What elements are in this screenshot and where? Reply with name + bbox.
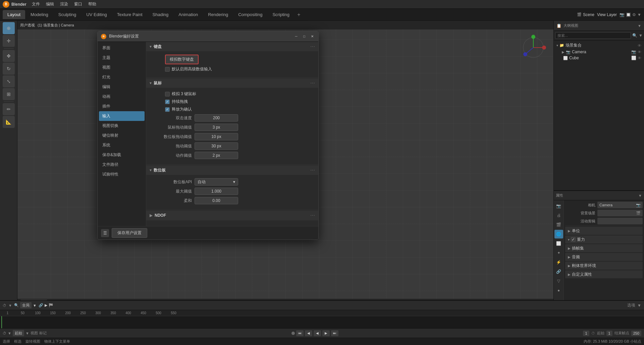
- transform-tool-btn[interactable]: ⊞: [3, 88, 15, 100]
- playback-dropdown-icon[interactable]: ▼: [25, 331, 29, 335]
- props-world-tab[interactable]: 🌐: [554, 230, 563, 238]
- emulate-3btn-checkbox[interactable]: [165, 92, 170, 96]
- pref-sidebar-viewport[interactable]: 视图: [99, 63, 145, 72]
- pref-sidebar-addons[interactable]: 插件: [99, 101, 145, 111]
- bg-scene-field[interactable]: 🎬: [597, 210, 643, 216]
- props-particles-tab[interactable]: ✦: [554, 249, 563, 257]
- outliner-search-input[interactable]: [555, 32, 631, 39]
- jump-start-btn[interactable]: ⏮: [296, 330, 304, 336]
- softness-field[interactable]: 0.00: [195, 197, 238, 204]
- select-tool-btn[interactable]: ⊕: [3, 22, 15, 34]
- menu-edit[interactable]: 编辑: [43, 0, 57, 8]
- pref-sidebar-system[interactable]: 系统: [99, 140, 145, 150]
- props-data-tab[interactable]: ▽: [554, 277, 563, 285]
- props-render-tab[interactable]: 📷: [554, 202, 563, 210]
- pref-sidebar-themes[interactable]: 主题: [99, 53, 145, 63]
- tab-shading[interactable]: Shading: [148, 10, 173, 19]
- pref-sidebar-input[interactable]: 输入: [99, 111, 145, 121]
- tab-uv-editing[interactable]: UV Editing: [82, 10, 111, 19]
- tab-modeling[interactable]: Modeling: [26, 10, 53, 19]
- tab-rendering[interactable]: Rendering: [203, 10, 233, 19]
- pref-close-btn[interactable]: ✕: [310, 34, 315, 39]
- props-constraints-tab[interactable]: 🔗: [554, 267, 563, 276]
- continuous-grab-checkbox[interactable]: [165, 99, 170, 104]
- tab-compositing[interactable]: Compositing: [233, 10, 267, 19]
- play-back-btn[interactable]: ◀: [314, 330, 321, 336]
- outliner-filter-btn[interactable]: ▼: [639, 33, 643, 38]
- mouse-dots-icon[interactable]: ⋯: [310, 80, 315, 86]
- tablet-drag-field[interactable]: 10 px: [195, 133, 238, 140]
- menu-file[interactable]: 文件: [29, 0, 43, 8]
- markers-label[interactable]: 标记: [39, 331, 47, 336]
- props-filter-icon[interactable]: ▼: [638, 194, 642, 198]
- pref-maximize-btn[interactable]: □: [302, 34, 307, 39]
- pref-sidebar-experimental[interactable]: 试验特性: [99, 169, 145, 179]
- mouse-header[interactable]: ▾ 鼠标 ⋯: [146, 78, 318, 88]
- measure-tool-btn[interactable]: 📐: [3, 116, 15, 128]
- scene-collection-eye-icon[interactable]: 👁: [638, 44, 641, 48]
- props-physics-tab[interactable]: ⚡: [554, 258, 563, 267]
- step-back-btn[interactable]: ◀: [305, 330, 312, 336]
- camera-value-field[interactable]: Camera 📷: [597, 202, 643, 208]
- emulate-numpad-btn[interactable]: 模拟数字键盘: [165, 55, 199, 64]
- view-layer-selector[interactable]: View Layer: [597, 12, 617, 17]
- units-header[interactable]: ▶ 单位: [565, 227, 643, 235]
- camera-eye-icon[interactable]: 👁: [638, 50, 641, 54]
- pref-sidebar-saveload[interactable]: 保存&加载: [99, 150, 145, 160]
- tablet-dots-icon[interactable]: ⋯: [310, 167, 315, 173]
- props-object-tab[interactable]: ⬜: [554, 239, 563, 248]
- pref-sidebar-lights[interactable]: 灯光: [99, 72, 145, 82]
- pref-sidebar-navigation[interactable]: 视图切换: [99, 121, 145, 131]
- scene-selector[interactable]: Scene: [583, 12, 594, 17]
- zoom-dropdown-icon[interactable]: ▼: [33, 303, 37, 307]
- max-threshold-field[interactable]: 1.000: [195, 188, 238, 195]
- tablet-api-dropdown[interactable]: 自动 ▾: [195, 178, 238, 186]
- tab-layout[interactable]: Layout: [3, 10, 25, 19]
- cube-item[interactable]: ⬜ Cube ⬜ 👁: [555, 55, 643, 61]
- custom-props-header[interactable]: ▶ 自定义属性: [565, 270, 643, 278]
- add-workspace-button[interactable]: +: [295, 11, 303, 19]
- gravity-checkbox[interactable]: ✓: [571, 237, 576, 242]
- start-frame-field[interactable]: 1: [606, 331, 612, 336]
- tablet-header[interactable]: ▾ 数位板 ⋯: [146, 165, 318, 175]
- cube-eye-icon[interactable]: 👁: [638, 56, 641, 60]
- pref-footer-menu-btn[interactable]: ☰: [101, 229, 109, 237]
- move-tool-btn[interactable]: ✥: [3, 50, 15, 62]
- jump-end-btn[interactable]: ⏭: [331, 330, 338, 336]
- tab-sculpting[interactable]: Sculpting: [54, 10, 81, 19]
- ndof-dots-icon[interactable]: ⋯: [310, 213, 315, 218]
- tab-animation[interactable]: Animation: [174, 10, 203, 19]
- props-scene-tab[interactable]: 🎬: [554, 220, 563, 229]
- timeline-track[interactable]: [0, 316, 644, 328]
- motion-threshold-field[interactable]: 2 px: [195, 152, 238, 159]
- active-editor-field[interactable]: [597, 218, 643, 224]
- rotate-tool-btn[interactable]: ↻: [3, 63, 15, 75]
- play-btn[interactable]: ▶: [322, 330, 330, 336]
- stop-btn[interactable]: [291, 332, 295, 335]
- tab-scripting[interactable]: Scripting: [268, 10, 294, 19]
- pref-sidebar-keymaps[interactable]: 键位映射: [99, 131, 145, 140]
- blender-logo-icon[interactable]: B: [3, 1, 9, 8]
- play-back-dropdown[interactable]: 起始: [13, 330, 24, 336]
- tab-texture-paint[interactable]: Texture Paint: [112, 10, 147, 19]
- keyboard-header[interactable]: ▾ 键盘 ⋯: [146, 42, 318, 51]
- menu-window[interactable]: 窗口: [71, 0, 85, 8]
- menu-help[interactable]: 帮助: [86, 0, 99, 8]
- view-dropdown-icon[interactable]: 视图: [31, 331, 38, 336]
- props-material-tab[interactable]: ●: [554, 286, 563, 295]
- scene-collection-item[interactable]: ▾ 📁 场景集合 👁: [555, 42, 643, 49]
- timeline-track-area[interactable]: 1 50 100 150 200 250 300 350 400 450 500…: [0, 310, 644, 328]
- release-confirm-checkbox[interactable]: [165, 107, 170, 112]
- menu-render[interactable]: 渲染: [57, 0, 71, 8]
- default-numpad-checkbox[interactable]: [165, 67, 170, 72]
- ndof-header[interactable]: ▶ NDOF ⋯: [146, 211, 318, 220]
- mouse-drag-field[interactable]: 3 px: [195, 124, 238, 131]
- keyframes-header[interactable]: ▶ 插帧集: [565, 244, 643, 252]
- pref-sidebar-editing[interactable]: 编辑: [99, 82, 145, 92]
- outliner-filter-icon[interactable]: ▼: [638, 24, 641, 28]
- scale-tool-btn[interactable]: ⤡: [3, 75, 15, 87]
- pref-save-btn[interactable]: 保存用户设置: [112, 228, 147, 238]
- drag-threshold-field[interactable]: 30 px: [195, 142, 238, 150]
- audio-header[interactable]: ▶ 音频: [565, 253, 643, 261]
- timeline-options-label[interactable]: 选项: [627, 302, 635, 308]
